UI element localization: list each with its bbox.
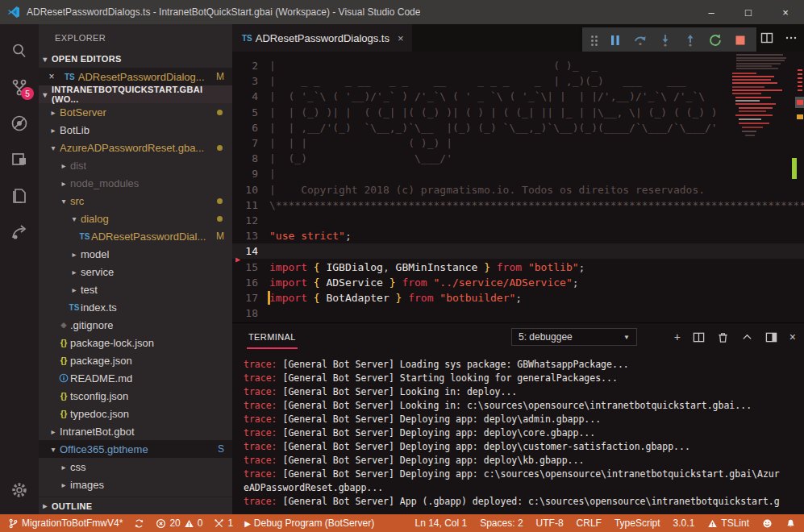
- code-line-14: 14: [232, 243, 804, 259]
- tree-folder-css[interactable]: ▸css: [39, 458, 232, 476]
- line-number[interactable]: 7: [232, 137, 269, 149]
- extensions-icon[interactable]: [0, 141, 39, 177]
- minimize-button[interactable]: –: [693, 0, 730, 24]
- tools-indicator[interactable]: 1: [214, 517, 233, 529]
- notifications-bell-icon[interactable]: [785, 518, 796, 529]
- debug-status[interactable]: ▶ Debug Program (BotServer): [244, 517, 374, 529]
- tree-file-typedoc-json[interactable]: {}typedoc.json: [39, 405, 232, 422]
- pause-button[interactable]: [608, 33, 623, 48]
- open-editor-item[interactable]: ×TSADResetPasswordDialog...M: [39, 68, 232, 85]
- encoding[interactable]: UTF-8: [536, 517, 564, 529]
- tree-file-tsconfig-json[interactable]: {}tsconfig.json: [39, 387, 232, 405]
- tree-folder-src[interactable]: ▾src: [39, 192, 232, 210]
- tree-folder-images[interactable]: ▸images: [39, 476, 232, 493]
- tree-file-package-json[interactable]: {}package.json: [39, 351, 232, 369]
- terminal-select[interactable]: 5: debuggee ▼: [511, 328, 637, 346]
- line-number[interactable]: 11: [232, 199, 269, 211]
- minimap-mark: [739, 118, 761, 120]
- drag-handle[interactable]: [591, 35, 598, 46]
- minimap[interactable]: [730, 52, 804, 322]
- maximize-panel-icon[interactable]: [741, 331, 753, 343]
- share-icon[interactable]: [0, 214, 39, 250]
- terminal-line: eADPasswordReset.gbapp...: [244, 482, 804, 496]
- window-title: ADResetPasswordDialogs.ts - IntranetBotQ…: [27, 6, 420, 18]
- line-number[interactable]: 12: [232, 214, 269, 227]
- search-icon[interactable]: [0, 32, 39, 69]
- terminal-panel: TERMINAL 5: debuggee ▼ + × trace: [Gene: [232, 322, 804, 514]
- docs-icon[interactable]: [0, 177, 39, 214]
- step-out-button[interactable]: [683, 33, 698, 48]
- open-editors-header[interactable]: ▾ OPEN EDITORS: [39, 50, 232, 68]
- line-number[interactable]: 16: [232, 276, 269, 289]
- tree-folder-azureadpasswordreset-gba-[interactable]: ▾AzureADPasswordReset.gba...: [39, 139, 232, 156]
- sync-button[interactable]: [134, 518, 144, 529]
- typescript-version[interactable]: 3.0.1: [673, 517, 695, 529]
- line-number[interactable]: 3: [232, 75, 269, 87]
- workspace-header[interactable]: ▾ INTRANETBOTQUICKSTART.GBAI (WO...: [39, 85, 232, 103]
- step-over-button[interactable]: [633, 33, 648, 48]
- more-actions-icon[interactable]: [785, 31, 798, 44]
- tree-file--gitignore[interactable]: ◆.gitignore: [39, 316, 232, 334]
- line-number[interactable]: 17: [232, 292, 269, 304]
- close-button[interactable]: ×: [767, 0, 804, 24]
- tree-folder-dist[interactable]: ▸dist: [39, 156, 232, 174]
- cursor-position[interactable]: Ln 14, Col 1: [414, 517, 467, 529]
- tree-folder-test[interactable]: ▸test: [39, 281, 232, 298]
- code-line-3: 3| _ _ _ __ _ _ __ _ _ _ _ | ,_)(_) ___ …: [232, 73, 804, 89]
- eol-sequence[interactable]: CRLF: [577, 517, 602, 529]
- tree-folder-dialog[interactable]: ▾dialog: [39, 210, 232, 227]
- indentation[interactable]: Spaces: 2: [480, 517, 523, 529]
- tree-folder-botlib[interactable]: ▸BotLib: [39, 121, 232, 139]
- line-number[interactable]: 2: [232, 60, 269, 72]
- line-number[interactable]: 18: [232, 307, 269, 319]
- tree-file-package-lock-json[interactable]: {}package-lock.json: [39, 334, 232, 351]
- gear-icon[interactable]: [0, 476, 39, 505]
- tree-folder-model[interactable]: ▸model: [39, 245, 232, 263]
- line-number[interactable]: 6: [232, 122, 269, 134]
- feedback-smiley-icon[interactable]: [762, 518, 773, 529]
- toggle-panel-icon[interactable]: [765, 331, 777, 343]
- tab-close-icon[interactable]: ×: [398, 32, 404, 44]
- tree-folder-service[interactable]: ▸service: [39, 263, 232, 281]
- code-editor[interactable]: 2| ( )_ _3| _ _ _ __ _ _ __ _ _ _ _ | ,_…: [232, 52, 804, 322]
- line-number[interactable]: 9: [232, 168, 269, 180]
- line-number[interactable]: 5: [232, 106, 269, 118]
- kill-terminal-icon[interactable]: [717, 331, 729, 343]
- source-control-icon[interactable]: 5: [0, 69, 39, 105]
- language-mode[interactable]: TypeScript: [614, 517, 660, 529]
- code-line-16: 16import { ADService } from "../service/…: [232, 275, 804, 290]
- tree-file-index-ts[interactable]: TSindex.ts: [39, 298, 232, 316]
- close-panel-icon[interactable]: ×: [789, 331, 796, 343]
- debug-icon[interactable]: [0, 105, 39, 141]
- tree-folder-office365-gbtheme[interactable]: ▾Office365.gbthemeS: [39, 440, 232, 458]
- typescript-file-icon: TS: [68, 303, 81, 312]
- tslint-status[interactable]: TSLint: [707, 517, 749, 529]
- tree-folder-node-modules[interactable]: ▸node_modules: [39, 174, 232, 192]
- tree-file-adresetpassworddial-[interactable]: TSADResetPasswordDial...M: [39, 227, 232, 245]
- outline-header[interactable]: ▸ OUTLINE: [39, 497, 232, 514]
- terminal-line: trace: [General Bot Server] Deploying ap…: [244, 414, 804, 427]
- line-number[interactable]: 10: [232, 184, 269, 196]
- line-number[interactable]: 8: [232, 152, 269, 164]
- terminal-output[interactable]: trace: [General Bot Server] Loading sys …: [232, 351, 804, 514]
- tree-folder-intranetbot-gbot[interactable]: ▸IntranetBot.gbot: [39, 422, 232, 440]
- tab-terminal[interactable]: TERMINAL: [247, 325, 298, 349]
- maximize-button[interactable]: □: [730, 0, 767, 24]
- git-branch-indicator[interactable]: MigrationToBotFmwV4*: [8, 517, 123, 529]
- step-into-button[interactable]: [658, 33, 673, 48]
- split-terminal-icon[interactable]: [693, 331, 705, 343]
- problems-indicator[interactable]: 20 0: [156, 517, 202, 529]
- tree-folder-botserver[interactable]: ▸BotServer: [39, 103, 232, 121]
- debug-marker-icon[interactable]: ▶: [235, 255, 240, 264]
- stop-button[interactable]: [733, 33, 748, 48]
- chevron-down-icon: ▾: [39, 55, 52, 64]
- tab-adresetpassworddialogs[interactable]: TS ADResetPasswordDialogs.ts ×: [232, 24, 412, 52]
- tree-file-readme-md[interactable]: README.md: [39, 369, 232, 387]
- chevron-right-icon: ▸: [68, 250, 81, 259]
- new-terminal-icon[interactable]: +: [674, 331, 681, 343]
- restart-button[interactable]: [708, 33, 723, 48]
- close-icon[interactable]: ×: [45, 71, 58, 82]
- line-number[interactable]: 13: [232, 230, 269, 242]
- line-number[interactable]: 4: [232, 90, 269, 102]
- split-editor-icon[interactable]: [760, 31, 773, 44]
